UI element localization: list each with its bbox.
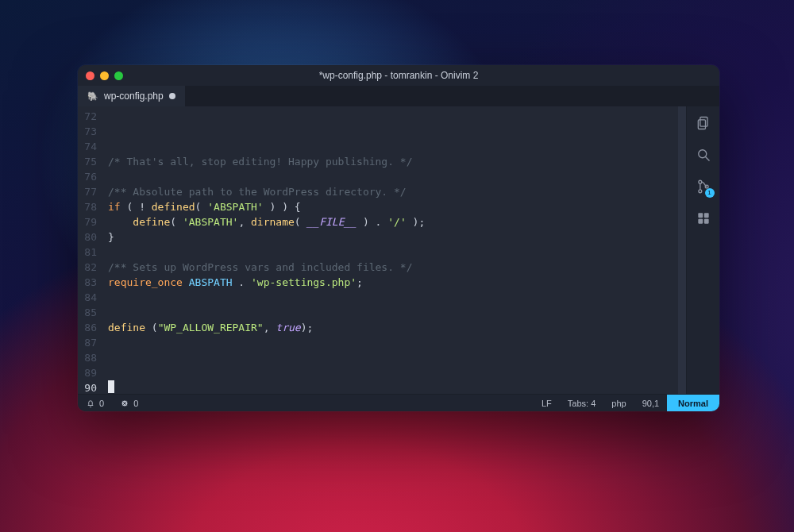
code-line[interactable] — [108, 124, 686, 139]
code-line[interactable] — [108, 290, 686, 305]
svg-rect-9 — [698, 219, 703, 224]
editor-body: 72737475767778798081828384858687888990 /… — [78, 106, 719, 394]
notifications-count: 0 — [99, 399, 104, 408]
status-cursor-position[interactable]: 90,1 — [634, 395, 667, 411]
errors-count: 0 — [133, 399, 138, 408]
line-number: 72 — [78, 109, 97, 124]
svg-rect-8 — [703, 213, 708, 218]
maximize-button[interactable] — [114, 71, 123, 80]
status-indentation[interactable]: Tabs: 4 — [560, 395, 603, 411]
line-number: 79 — [78, 214, 97, 229]
error-icon — [120, 399, 129, 408]
activity-bar: 1 — [686, 106, 719, 394]
window-title: *wp-config.php - tomrankin - Onivim 2 — [78, 70, 719, 81]
bell-icon — [86, 399, 95, 408]
status-vim-mode[interactable]: Normal — [667, 395, 719, 411]
svg-point-4 — [698, 180, 701, 183]
editor-window: *wp-config.php - tomrankin - Onivim 2 🐘 … — [78, 65, 719, 411]
line-number: 88 — [78, 350, 97, 365]
line-number: 87 — [78, 335, 97, 350]
code-line[interactable] — [108, 380, 686, 394]
code-line[interactable]: define ("WP_ALLOW_REPAIR", true); — [108, 320, 686, 335]
code-line[interactable]: define( 'ABSPATH', dirname( __FILE__ ) .… — [108, 214, 686, 229]
line-number: 89 — [78, 365, 97, 380]
line-number: 82 — [78, 260, 97, 275]
scrollbar-track[interactable] — [678, 106, 686, 394]
svg-rect-1 — [698, 120, 705, 129]
line-number: 77 — [78, 184, 97, 199]
code-line[interactable]: } — [108, 229, 686, 245]
code-line[interactable] — [108, 139, 686, 154]
line-number: 85 — [78, 305, 97, 320]
line-number: 80 — [78, 229, 97, 245]
svg-point-5 — [698, 190, 701, 193]
code-line[interactable] — [108, 305, 686, 320]
code-line[interactable]: if ( ! defined( 'ABSPATH' ) ) { — [108, 199, 686, 214]
code-line[interactable] — [108, 335, 686, 350]
status-spacer — [146, 395, 534, 411]
line-number: 81 — [78, 245, 97, 260]
scm-badge: 1 — [705, 188, 715, 198]
line-number-gutter: 72737475767778798081828384858687888990 — [78, 106, 103, 394]
svg-rect-7 — [698, 213, 703, 218]
line-number: 76 — [78, 169, 97, 184]
code-line[interactable] — [108, 109, 686, 124]
code-line[interactable] — [108, 169, 686, 184]
status-bar: 0 0 LF Tabs: 4 php 90,1 Normal — [78, 394, 719, 411]
code-line[interactable] — [108, 350, 686, 365]
tab-label: wp-config.php — [104, 91, 164, 102]
line-number: 73 — [78, 124, 97, 139]
svg-rect-10 — [703, 219, 708, 224]
window-controls — [86, 71, 123, 80]
source-control-icon[interactable]: 1 — [695, 178, 712, 195]
status-line-ending[interactable]: LF — [534, 395, 560, 411]
cursor — [108, 380, 114, 393]
extensions-icon[interactable] — [695, 210, 712, 227]
tab-wp-config[interactable]: 🐘 wp-config.php — [78, 86, 186, 106]
tab-strip: 🐘 wp-config.php — [78, 86, 719, 106]
code-content[interactable]: /* That's all, stop editing! Happy publi… — [103, 106, 686, 394]
code-line[interactable] — [108, 365, 686, 380]
code-line[interactable]: /** Absolute path to the WordPress direc… — [108, 184, 686, 199]
code-line[interactable] — [108, 245, 686, 260]
line-number: 90 — [78, 380, 97, 394]
status-language[interactable]: php — [603, 395, 634, 411]
svg-line-3 — [705, 157, 709, 161]
close-button[interactable] — [86, 71, 94, 80]
line-number: 83 — [78, 275, 97, 290]
status-errors[interactable]: 0 — [112, 395, 146, 411]
titlebar[interactable]: *wp-config.php - tomrankin - Onivim 2 — [78, 65, 719, 86]
status-notifications[interactable]: 0 — [78, 395, 112, 411]
line-number: 78 — [78, 199, 97, 214]
php-file-icon: 🐘 — [87, 91, 98, 102]
line-number: 86 — [78, 320, 97, 335]
code-line[interactable]: /** Sets up WordPress vars and included … — [108, 260, 686, 275]
svg-rect-0 — [700, 118, 707, 127]
files-icon[interactable] — [695, 114, 712, 132]
code-line[interactable]: /* That's all, stop editing! Happy publi… — [108, 154, 686, 169]
svg-point-2 — [698, 150, 706, 158]
line-number: 84 — [78, 290, 97, 305]
line-number: 74 — [78, 139, 97, 154]
code-editor[interactable]: 72737475767778798081828384858687888990 /… — [78, 106, 686, 394]
minimize-button[interactable] — [100, 71, 109, 80]
code-line[interactable]: require_once ABSPATH . 'wp-settings.php'… — [108, 275, 686, 290]
search-icon[interactable] — [695, 146, 712, 164]
modified-indicator-icon — [169, 93, 175, 99]
line-number: 75 — [78, 154, 97, 169]
